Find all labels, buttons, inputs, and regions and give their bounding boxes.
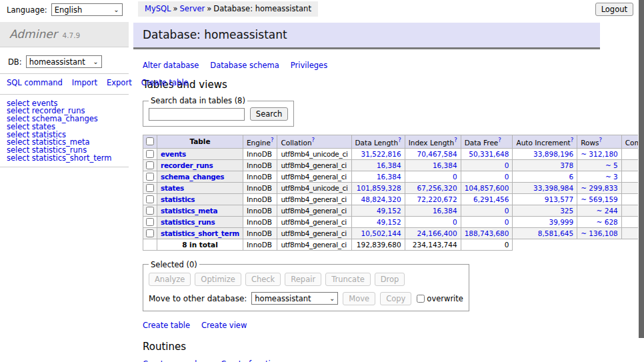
data-length-link[interactable]: 16,384: [377, 161, 401, 169]
collation-help-link[interactable]: ?: [312, 137, 315, 143]
data-length-link[interactable]: 16,384: [377, 173, 401, 181]
row-checkbox-statistics-meta[interactable]: [146, 207, 154, 215]
row-checkbox-states[interactable]: [146, 184, 154, 192]
link-create-function[interactable]: Create function: [221, 359, 280, 362]
index-length-link[interactable]: 67,256,320: [417, 184, 457, 192]
data-length-link[interactable]: 101,859,328: [357, 184, 401, 192]
table-name-cell: statistics_short_term: [157, 227, 243, 239]
btn-analyze[interactable]: Analyze: [149, 273, 191, 286]
data-free-link[interactable]: 0: [505, 207, 509, 215]
logout-button[interactable]: Logout: [595, 3, 633, 16]
btn-check[interactable]: Check: [245, 273, 281, 286]
data-free-link[interactable]: 188,743,680: [465, 229, 509, 237]
rows-link[interactable]: ~ 5: [605, 161, 618, 169]
btn-repair[interactable]: Repair: [285, 273, 321, 286]
rows-link[interactable]: ~ 312,180: [581, 150, 618, 158]
cell-auto-increment: 378: [513, 159, 577, 171]
table-link-statistics-meta[interactable]: statistics_meta: [161, 207, 217, 215]
link-create-view[interactable]: Create view: [201, 321, 247, 330]
index-length-link[interactable]: 70,467,584: [417, 150, 457, 158]
data-free-link[interactable]: 6,291,456: [473, 195, 509, 203]
overwrite-checkbox[interactable]: [417, 295, 425, 303]
auto-increment-link[interactable]: 39,999: [549, 218, 573, 226]
table-link-statistics-runs[interactable]: statistics_runs: [161, 218, 215, 226]
engine-help-link[interactable]: ?: [271, 137, 274, 143]
auto-increment-link[interactable]: 8,581,645: [538, 229, 573, 237]
table-link-recorder-runs[interactable]: recorder_runs: [161, 161, 213, 169]
auto-increment-link[interactable]: 913,577: [545, 195, 573, 203]
table-link-statistics[interactable]: statistics: [161, 195, 195, 203]
table-link-schema-changes[interactable]: schema_changes: [161, 173, 224, 181]
rows-link[interactable]: ~ 3: [605, 173, 618, 181]
data-length-link[interactable]: 49,152: [377, 218, 401, 226]
data-length-link[interactable]: 49,152: [377, 207, 401, 215]
row-checkbox-schema-changes[interactable]: [146, 173, 154, 181]
index-length-help-link[interactable]: ?: [454, 137, 457, 143]
btn-truncate[interactable]: Truncate: [325, 273, 371, 286]
auto-increment-link[interactable]: 6: [569, 173, 574, 181]
index-length-link[interactable]: 24,166,400: [417, 229, 457, 237]
link-create-procedure[interactable]: Create procedure: [143, 359, 209, 362]
cell-rows: ~ 244: [577, 205, 622, 216]
select-all-checkbox[interactable]: [146, 137, 154, 145]
rows-help-link[interactable]: ?: [599, 137, 603, 143]
data-length-link[interactable]: 48,824,320: [361, 195, 401, 203]
rows-link[interactable]: ~ 299,833: [581, 184, 618, 192]
link-alter-database[interactable]: Alter database: [143, 61, 199, 70]
auto-increment-link[interactable]: 33,898,196: [533, 150, 573, 158]
auto-increment-help-link[interactable]: ?: [571, 137, 574, 143]
index-length-link[interactable]: 72,220,672: [417, 195, 457, 203]
table-link-statistics-short-term[interactable]: statistics_short_term: [161, 229, 239, 237]
data-free-link[interactable]: 0: [505, 161, 509, 169]
row-checkbox-statistics[interactable]: [146, 195, 154, 203]
row-checkbox-statistics-short-term[interactable]: [146, 229, 154, 237]
index-length-link[interactable]: 0: [453, 173, 457, 181]
rows-link[interactable]: ~ 628: [597, 218, 618, 226]
sidebar-link-create-table[interactable]: Create table: [141, 78, 189, 87]
move-button[interactable]: Move: [343, 292, 375, 305]
row-checkbox-statistics-runs[interactable]: [146, 218, 154, 226]
sidebar-item-select-statistics-short-term[interactable]: select statistics_short_term: [7, 155, 129, 163]
btn-drop[interactable]: Drop: [375, 273, 405, 286]
selected-fieldset: Selected (0) AnalyzeOptimizeCheckRepairT…: [143, 260, 469, 311]
index-length-link[interactable]: 16,384: [433, 207, 457, 215]
sidebar-link-import[interactable]: Import: [72, 78, 97, 87]
data-free-link[interactable]: 50,331,648: [469, 150, 509, 158]
link-privileges[interactable]: Privileges: [291, 61, 327, 70]
sidebar-link-export[interactable]: Export: [107, 78, 132, 87]
index-length-link[interactable]: 16,384: [433, 161, 457, 169]
data-length-help-link[interactable]: ?: [398, 137, 401, 143]
data-free-link[interactable]: 0: [505, 173, 509, 181]
table-link-events[interactable]: events: [161, 150, 186, 158]
auto-increment-link[interactable]: 325: [560, 207, 573, 215]
table-row-statistics-short-term: statistics_short_termInnoDButf8mb4_gener…: [143, 227, 644, 239]
rows-link[interactable]: ~ 244: [597, 207, 618, 215]
auto-increment-link[interactable]: 378: [560, 161, 573, 169]
table-link-states[interactable]: states: [161, 184, 184, 192]
breadcrumb-link-mysql[interactable]: MySQL: [145, 4, 171, 13]
copy-button[interactable]: Copy: [380, 292, 411, 305]
search-button[interactable]: Search: [250, 107, 289, 121]
sidebar-link-sql-command[interactable]: SQL command: [7, 78, 63, 87]
rows-link[interactable]: ~ 136,108: [581, 229, 618, 237]
index-length-link[interactable]: 0: [453, 218, 457, 226]
data-free-help-link[interactable]: ?: [498, 137, 501, 143]
move-db-select[interactable]: homeassistant ⌄: [251, 292, 338, 305]
btn-optimize[interactable]: Optimize: [195, 273, 241, 286]
breadcrumb-link-server[interactable]: Server: [180, 4, 205, 13]
search-input[interactable]: [149, 108, 245, 121]
rows-link[interactable]: ~ 569,159: [581, 195, 618, 203]
data-free-link[interactable]: 104,857,600: [465, 184, 509, 192]
app-name[interactable]: Adminer: [9, 27, 57, 41]
link-create-table[interactable]: Create table: [143, 321, 190, 330]
row-checkbox-events[interactable]: [146, 150, 154, 158]
data-length-link[interactable]: 10,502,144: [361, 229, 401, 237]
auto-increment-link[interactable]: 33,398,984: [533, 184, 573, 192]
breadcrumb-current: Database: homeassistant: [213, 4, 311, 13]
data-free-link[interactable]: 0: [505, 218, 509, 226]
link-database-schema[interactable]: Database schema: [210, 61, 279, 70]
row-checkbox-recorder-runs[interactable]: [146, 161, 154, 169]
db-select[interactable]: homeassistant ⌄: [26, 55, 102, 68]
data-length-link[interactable]: 31,522,816: [361, 150, 401, 158]
scrollbar-thumb[interactable]: [639, 0, 644, 338]
